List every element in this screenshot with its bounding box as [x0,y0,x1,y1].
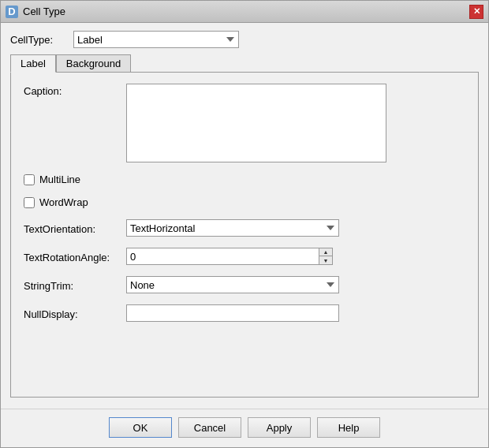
multiline-row: MultiLine [24,174,465,185]
window-title: Cell Type [23,6,65,17]
title-bar-left: D Cell Type [6,6,65,18]
cell-type-row: CellType: Label [10,31,479,48]
content-area: CellType: Label Label Background Caption… [1,23,488,405]
caption-textarea[interactable] [126,84,386,162]
cancel-button[interactable]: Cancel [178,417,241,438]
null-display-input[interactable] [126,304,339,322]
tab-label[interactable]: Label [10,54,56,73]
spinner-buttons: ▲ ▼ [319,248,333,265]
text-orientation-label: TextOrientation: [24,222,118,235]
text-orientation-select[interactable]: TextHorizontal TextVertical TextUpward T… [126,219,339,237]
tabs-container: Label Background [10,54,479,72]
multiline-label: MultiLine [39,174,80,185]
wordwrap-checkbox[interactable] [24,197,35,208]
main-window: D Cell Type ✕ CellType: Label Label Back… [0,0,489,448]
spinner-wrapper: ▲ ▼ [126,248,333,265]
null-display-row: NullDisplay: [24,304,465,322]
title-bar: D Cell Type ✕ [1,1,488,23]
tab-content-label: Caption: MultiLine WordWrap TextOrientat… [10,72,479,398]
app-icon: D [6,6,18,18]
spinner-down-button[interactable]: ▼ [319,256,332,264]
string-trim-label: StringTrim: [24,278,118,292]
string-trim-select[interactable]: None Head EllipsisHead EllipsisMiddle El… [126,276,339,293]
text-rotation-input[interactable] [126,248,319,265]
wordwrap-row: WordWrap [24,196,465,208]
string-trim-row: StringTrim: None Head EllipsisHead Ellip… [24,276,465,293]
apply-button[interactable]: Apply [248,417,311,438]
cell-type-select[interactable]: Label [73,31,239,48]
help-button[interactable]: Help [317,417,380,438]
multiline-checkbox[interactable] [24,174,35,185]
wordwrap-label: WordWrap [39,196,88,208]
ok-button[interactable]: OK [109,417,172,438]
spinner-up-button[interactable]: ▲ [319,248,332,256]
null-display-label: NullDisplay: [24,307,118,320]
caption-label: Caption: [24,84,118,97]
cell-type-label: CellType: [10,34,65,46]
caption-row: Caption: [24,84,465,162]
text-rotation-row: TextRotationAngle: ▲ ▼ [24,248,465,265]
close-button[interactable]: ✕ [469,5,483,19]
text-rotation-label: TextRotationAngle: [24,250,118,263]
text-orientation-row: TextOrientation: TextHorizontal TextVert… [24,219,465,237]
tab-background[interactable]: Background [56,54,131,72]
button-row: OK Cancel Apply Help [1,409,488,447]
